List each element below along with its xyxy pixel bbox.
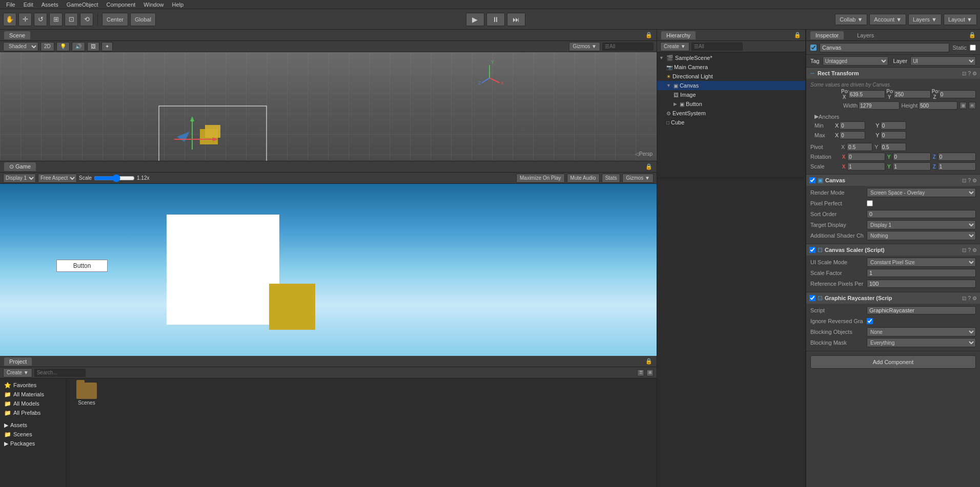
menu-assets[interactable]: Assets	[37, 2, 63, 8]
menu-component[interactable]: Component	[102, 2, 139, 8]
tag-select[interactable]: Untagged	[823, 56, 888, 66]
aspect-select[interactable]: Free Aspect	[38, 174, 77, 183]
inspector-lock-icon[interactable]: 🔒	[969, 32, 976, 38]
scenes-item[interactable]: 📁Scenes	[0, 430, 66, 439]
pivot-x-input[interactable]	[847, 143, 872, 151]
canvas-scaler-check[interactable]	[809, 247, 815, 253]
graphic-raycaster-check[interactable]	[809, 295, 815, 301]
height-input[interactable]	[918, 101, 957, 110]
menu-window[interactable]: Window	[139, 2, 168, 8]
project-settings-btn[interactable]: ⊞	[646, 369, 654, 376]
rot-z-input[interactable]	[938, 153, 976, 161]
reset-btn[interactable]: R	[969, 102, 976, 109]
layers-btn[interactable]: Layers ▼	[908, 14, 942, 25]
cube-item[interactable]: □ Cube	[657, 118, 805, 127]
shaded-select[interactable]: Shaded	[3, 42, 38, 51]
mute-audio-btn[interactable]: Mute Audio	[567, 174, 600, 183]
packages-item[interactable]: ▶Packages	[0, 439, 66, 448]
scene-root-item[interactable]: ▼ 🎬 SampleScene*	[657, 53, 805, 62]
canvas-item[interactable]: ▼ ▣ Canvas	[657, 81, 805, 90]
project-create-btn[interactable]: Create ▼	[3, 368, 32, 377]
fx-btn[interactable]: ✦	[101, 42, 113, 51]
transform-tool-btn[interactable]: ⟲	[80, 13, 93, 26]
space-btn[interactable]: Global	[130, 13, 156, 26]
game-button[interactable]: Button	[56, 260, 108, 272]
rot-x-input[interactable]	[847, 153, 885, 161]
menu-file[interactable]: File	[2, 2, 19, 8]
project-tab[interactable]: Project	[4, 357, 32, 366]
sort-order-input[interactable]	[867, 210, 976, 218]
main-camera-item[interactable]: 📷 Main Camera	[657, 62, 805, 72]
rect-transform-header[interactable]: ↔ Rect Transform ⊡ ? ⚙	[806, 68, 980, 79]
canvas-icon-1[interactable]: ⊡	[962, 178, 966, 183]
scaler-icon-3[interactable]: ⚙	[972, 247, 977, 253]
pixel-perfect-check[interactable]	[867, 200, 873, 206]
pos-y-input[interactable]	[893, 90, 930, 98]
scale-z-input[interactable]	[938, 162, 976, 171]
ui-scale-select[interactable]: Constant Pixel Size	[867, 258, 976, 267]
rect-tool-btn[interactable]: ⊡	[65, 13, 78, 26]
assets-header[interactable]: ▶Assets	[0, 420, 66, 430]
image-effects-btn[interactable]: 🖼	[87, 42, 99, 51]
favorites-header[interactable]: ⭐Favorites	[0, 380, 66, 390]
rot-y-input[interactable]	[893, 153, 931, 161]
target-display-select[interactable]: Display 1	[867, 220, 976, 229]
scene-canvas[interactable]: Y X Z ◁Persp	[0, 52, 657, 161]
script-input[interactable]	[867, 306, 976, 314]
additional-shader-select[interactable]: Nothing	[867, 231, 976, 240]
canvas-scaler-header[interactable]: ⊡ Canvas Scaler (Script) ⊡ ? ⚙	[806, 244, 980, 256]
audio-btn[interactable]: 🔊	[72, 42, 85, 51]
ref-pixels-input[interactable]	[867, 280, 976, 288]
canvas-enabled-check[interactable]	[809, 177, 815, 183]
canvas-icon-2[interactable]: ?	[968, 178, 971, 183]
step-btn[interactable]: ⏭	[507, 13, 525, 26]
scaler-icon-1[interactable]: ⊡	[962, 247, 966, 253]
scene-tab[interactable]: Scene	[4, 31, 30, 39]
scale-x-input[interactable]	[847, 162, 885, 171]
dir-light-item[interactable]: ☀ Directional Light	[657, 72, 805, 81]
image-item[interactable]: 🖼 Image	[657, 90, 805, 99]
hierarchy-lock-icon[interactable]: 🔒	[794, 32, 801, 38]
pos-x-input[interactable]	[848, 90, 885, 98]
lights-btn[interactable]: 💡	[56, 42, 70, 51]
scale-tool-btn[interactable]: ⊞	[49, 13, 63, 26]
canvas-header[interactable]: ▣ Canvas ⊡ ? ⚙	[806, 175, 980, 186]
stats-btn[interactable]: Stats	[602, 174, 621, 183]
account-btn[interactable]: Account ▼	[869, 14, 906, 25]
anchors-arrow[interactable]: ▶	[814, 113, 819, 120]
raycaster-icon-2[interactable]: ?	[968, 295, 971, 301]
anchor-min-y-input[interactable]	[881, 121, 906, 130]
maximize-play-btn[interactable]: Maximize On Play	[516, 174, 565, 183]
graphic-raycaster-header[interactable]: ⊡ Graphic Raycaster (Scrip ⊡ ? ⚙	[806, 292, 980, 304]
menu-help[interactable]: Help	[168, 2, 188, 8]
collab-btn[interactable]: Collab ▼	[835, 14, 867, 25]
inspector-tab[interactable]: Inspector	[810, 31, 844, 39]
anchor-max-y-input[interactable]	[881, 131, 906, 139]
rect-icon-3[interactable]: ⚙	[972, 71, 977, 76]
rect-icon-2[interactable]: ?	[968, 71, 971, 76]
twod-btn[interactable]: 2D	[40, 42, 54, 51]
project-search[interactable]	[34, 369, 86, 377]
constrain-btn[interactable]: ⊞	[959, 102, 967, 109]
static-checkbox[interactable]	[970, 45, 976, 51]
pause-btn[interactable]: ⏸	[486, 13, 505, 26]
hierarchy-create-btn[interactable]: Create ▼	[660, 42, 689, 51]
game-gizmos-btn[interactable]: Gizmos ▼	[622, 174, 654, 183]
render-mode-select[interactable]: Screen Space - Overlay	[867, 188, 976, 197]
canvas-icon-3[interactable]: ⚙	[972, 178, 977, 183]
raycaster-icon-1[interactable]: ⊡	[962, 295, 966, 301]
display-select[interactable]: Display 1	[3, 174, 36, 183]
game-tab[interactable]: ⊙ Game	[4, 162, 36, 171]
blocking-objects-select[interactable]: None	[867, 327, 976, 336]
all-materials-item[interactable]: 📁All Materials	[0, 390, 66, 399]
scale-slider[interactable]	[94, 175, 135, 181]
scale-factor-input[interactable]	[867, 269, 976, 277]
raycaster-icon-3[interactable]: ⚙	[972, 295, 977, 301]
pos-z-input[interactable]	[939, 90, 976, 98]
ignore-reversed-check[interactable]	[867, 318, 873, 324]
gizmos-btn[interactable]: Gizmos ▼	[569, 42, 600, 51]
hand-tool-btn[interactable]: ✋	[3, 13, 16, 26]
eventsystem-item[interactable]: ⚙ EventSystem	[657, 109, 805, 118]
layer-select[interactable]: UI	[910, 56, 976, 66]
rect-icon-1[interactable]: ⊡	[962, 71, 966, 76]
